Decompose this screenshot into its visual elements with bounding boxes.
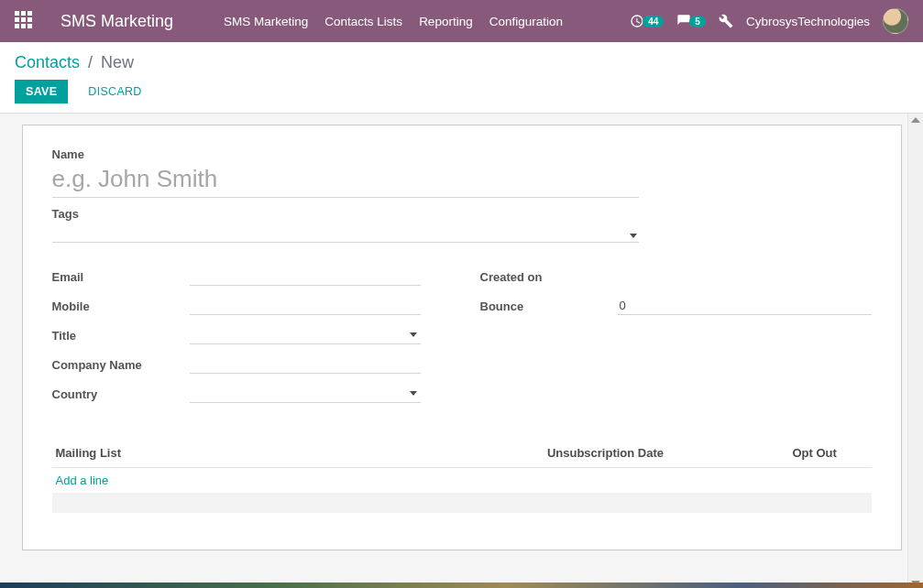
scrollbar-track[interactable] (907, 114, 923, 588)
bounce-field[interactable] (618, 297, 872, 315)
window-bottom-edge (0, 583, 923, 588)
name-field[interactable] (52, 161, 639, 198)
mobile-field[interactable] (190, 297, 421, 315)
apps-icon[interactable] (15, 11, 35, 31)
menu-sms-marketing[interactable]: SMS Marketing (224, 15, 308, 28)
breadcrumb-parent[interactable]: Contacts (15, 53, 80, 71)
email-field[interactable] (190, 267, 421, 286)
col-opt-out: Opt Out (789, 439, 872, 468)
title-label: Title (52, 329, 190, 343)
activity-badge: 44 (643, 16, 664, 27)
save-button[interactable]: SAVE (15, 80, 68, 103)
mobile-label: Mobile (52, 299, 190, 313)
menu-configuration[interactable]: Configuration (489, 15, 563, 28)
company-name-field[interactable] (190, 355, 421, 374)
col-unsub-date: Unsubscription Date (544, 439, 789, 468)
breadcrumb-separator: / (84, 53, 96, 71)
col-mailing-list: Mailing List (52, 439, 544, 468)
created-on-label: Created on (480, 270, 618, 284)
menu-contacts-lists[interactable]: Contacts Lists (324, 15, 402, 28)
scroll-up-icon[interactable] (911, 117, 920, 123)
messages-badge: 5 (689, 16, 706, 27)
messages-indicator[interactable]: 5 (676, 14, 706, 28)
bounce-label: Bounce (480, 299, 618, 313)
chevron-down-icon[interactable] (410, 332, 417, 337)
tags-field[interactable] (52, 221, 639, 243)
name-label: Name (52, 147, 872, 161)
company-name-label: Company Name (52, 358, 190, 372)
tags-label: Tags (52, 207, 872, 221)
form-view-scroll[interactable]: Name Tags Email Mobile Title (0, 114, 923, 588)
breadcrumb: Contacts / New (15, 53, 908, 72)
country-label: Country (52, 387, 190, 401)
table-row: Add a line (52, 468, 872, 494)
top-navbar: SMS Marketing SMS Marketing Contacts Lis… (0, 0, 923, 42)
avatar[interactable] (883, 8, 908, 34)
chevron-down-icon[interactable] (410, 391, 417, 396)
title-field[interactable] (190, 326, 421, 344)
table-footer (52, 493, 872, 513)
user-menu[interactable]: CybrosysTechnologies (746, 15, 870, 28)
mailing-list-table: Mailing List Unsubscription Date Opt Out… (52, 439, 872, 513)
form-sheet: Name Tags Email Mobile Title (22, 125, 902, 550)
app-brand[interactable]: SMS Marketing (60, 12, 173, 31)
menu-reporting[interactable]: Reporting (419, 15, 473, 28)
chevron-down-icon (630, 234, 637, 238)
main-menu: SMS Marketing Contacts Lists Reporting C… (224, 15, 563, 28)
activity-indicator[interactable]: 44 (630, 14, 664, 28)
control-panel: Contacts / New SAVE DISCARD (0, 42, 923, 114)
email-label: Email (52, 270, 190, 284)
debug-icon[interactable] (719, 14, 733, 28)
add-a-line-link[interactable]: Add a line (56, 474, 109, 487)
discard-button[interactable]: DISCARD (77, 80, 152, 103)
country-field[interactable] (190, 385, 421, 403)
breadcrumb-current: New (101, 53, 134, 71)
